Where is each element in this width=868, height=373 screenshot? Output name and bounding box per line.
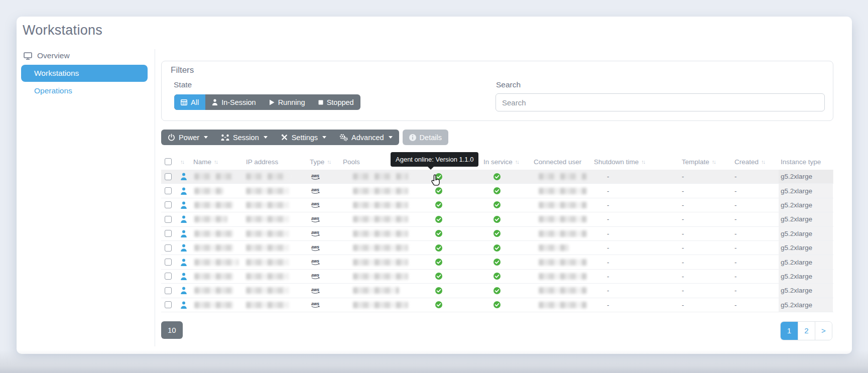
column-header-shutdown-time[interactable]: Shutdown time↑↓ <box>592 158 680 166</box>
agent-online-icon[interactable] <box>431 244 481 252</box>
sidebar-item-label: Operations <box>34 86 72 95</box>
template-value: - <box>680 201 732 209</box>
session-dropdown-button[interactable]: Session <box>214 130 274 145</box>
row-checkbox[interactable] <box>165 244 172 252</box>
row-checkbox[interactable] <box>165 216 172 223</box>
state-filter-stopped[interactable]: Stopped <box>312 94 360 110</box>
search-input[interactable] <box>495 93 825 111</box>
agent-online-icon[interactable] <box>431 201 481 208</box>
column-header-in-service[interactable]: In service↑↓ <box>481 158 532 166</box>
column-header-created[interactable]: Created↑↓ <box>732 158 779 166</box>
row-checkbox[interactable] <box>165 173 172 180</box>
details-button[interactable]: Details <box>403 130 448 145</box>
stop-icon <box>318 100 323 105</box>
agent-status-tooltip: Agent online: Version 1.1.0 <box>391 152 478 167</box>
sidebar: Overview Workstations Operations <box>21 48 148 99</box>
row-checkbox[interactable] <box>165 201 172 208</box>
row-checkbox[interactable] <box>165 259 172 266</box>
table-row[interactable]: aws - - - g5.2xlarge <box>161 198 833 212</box>
redacted-name <box>194 273 233 280</box>
user-status-icon <box>178 273 191 280</box>
row-checkbox[interactable] <box>165 287 172 294</box>
row-checkbox[interactable] <box>165 230 172 237</box>
sidebar-item-label: Overview <box>37 51 70 60</box>
redacted-pools <box>353 287 399 294</box>
agent-online-icon[interactable] <box>431 187 481 194</box>
created-value: - <box>732 230 779 237</box>
instance-type-value: g5.2xlarge <box>779 284 833 297</box>
aws-icon: aws <box>308 287 341 295</box>
table-row[interactable]: aws - - - g5.2xlarge <box>161 241 833 255</box>
table-row[interactable]: aws - - - g5.2xlarge <box>161 270 833 284</box>
user-status-icon <box>178 215 191 223</box>
state-filter-running[interactable]: Running <box>263 94 312 110</box>
column-header-instance-type[interactable]: Instance type <box>779 158 833 166</box>
svg-text:aws: aws <box>311 301 319 306</box>
row-checkbox[interactable] <box>165 301 172 308</box>
page-button-1[interactable]: 1 <box>781 322 798 340</box>
caret-down-icon <box>264 136 268 139</box>
table-header: ↑↓ Name↑↓ IP address Type↑↓ Pools In ser… <box>161 155 833 168</box>
column-header-connected-user[interactable]: Connected user <box>532 158 592 166</box>
instance-type-value: g5.2xlarge <box>779 184 833 197</box>
redacted-name <box>194 302 233 308</box>
agent-online-icon[interactable] <box>431 259 481 266</box>
row-checkbox[interactable] <box>165 273 172 280</box>
state-filter-in-session[interactable]: In-Session <box>205 94 263 110</box>
page-size-button[interactable]: 10 <box>161 321 183 339</box>
caret-down-icon <box>322 136 326 139</box>
sidebar-item-operations[interactable]: Operations <box>21 83 148 99</box>
column-header-type[interactable]: Type↑↓ <box>308 158 341 166</box>
redacted-ip-address <box>246 287 289 294</box>
sort-icon: ↑↓ <box>515 159 519 165</box>
power-dropdown-button[interactable]: Power <box>161 130 214 145</box>
column-header-status[interactable]: ↑↓ <box>178 159 191 165</box>
sidebar-item-overview[interactable]: Overview <box>21 48 148 64</box>
settings-dropdown-button[interactable]: Settings <box>274 130 333 145</box>
table-row[interactable]: aws - - - g5.2xlarge <box>161 170 833 184</box>
column-header-template[interactable]: Template↑↓ <box>680 158 732 166</box>
agent-online-icon[interactable] <box>431 273 481 280</box>
column-header-name[interactable]: Name↑↓ <box>191 158 244 166</box>
table-row[interactable]: aws - - - g5.2xlarge <box>161 212 833 226</box>
play-icon <box>269 99 275 105</box>
agent-online-icon[interactable] <box>431 287 481 294</box>
redacted-connected-user <box>539 216 587 222</box>
next-page-button[interactable]: > <box>815 322 832 340</box>
redacted-ip-address <box>246 244 289 251</box>
agent-online-icon[interactable] <box>431 216 481 223</box>
aws-icon: aws <box>308 173 341 181</box>
column-header-ip-address[interactable]: IP address <box>244 158 308 166</box>
agent-online-icon[interactable] <box>431 173 481 180</box>
state-filter-all[interactable]: All <box>174 94 205 110</box>
agent-online-icon[interactable] <box>431 301 481 308</box>
redacted-connected-user <box>539 173 587 180</box>
shutdown-time-value: - <box>592 301 680 309</box>
shutdown-time-value: - <box>592 230 680 237</box>
row-checkbox[interactable] <box>165 187 172 194</box>
table-row[interactable]: aws - - - g5.2xlarge <box>161 184 833 198</box>
advanced-dropdown-button[interactable]: Advanced <box>333 130 399 145</box>
select-all-checkbox[interactable] <box>165 158 172 165</box>
table-row[interactable]: aws - - - g5.2xlarge <box>161 298 833 312</box>
info-icon <box>409 134 416 141</box>
in-service-icon <box>481 187 532 194</box>
user-status-icon <box>178 230 191 237</box>
aws-icon: aws <box>308 229 341 237</box>
template-value: - <box>680 287 732 294</box>
redacted-ip-address <box>246 230 289 237</box>
in-service-icon <box>481 244 532 252</box>
aws-icon: aws <box>308 215 341 223</box>
user-status-icon <box>178 287 191 294</box>
created-value: - <box>732 259 779 266</box>
table-row[interactable]: aws - - - g5.2xlarge <box>161 255 833 269</box>
state-label: State <box>174 80 192 89</box>
agent-online-icon[interactable] <box>431 230 481 237</box>
page-button-2[interactable]: 2 <box>798 322 815 340</box>
sort-icon: ↑↓ <box>214 159 217 165</box>
table-row[interactable]: aws - - - g5.2xlarge <box>161 284 833 298</box>
sidebar-item-workstations[interactable]: Workstations <box>21 65 148 82</box>
table-row[interactable]: aws - - - g5.2xlarge <box>161 227 833 241</box>
template-value: - <box>680 301 732 309</box>
redacted-connected-user <box>539 302 587 308</box>
